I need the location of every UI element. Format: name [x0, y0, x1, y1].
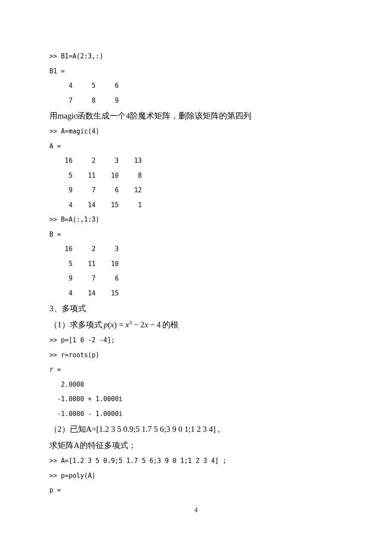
page-number: 4	[49, 506, 343, 514]
var-x: x	[110, 320, 114, 329]
var-p: p	[104, 320, 108, 329]
var-x: x	[144, 320, 148, 329]
code-line: 4 14 15	[49, 286, 343, 301]
code-line: p =	[49, 483, 343, 498]
code-line: >> A=magic(4)	[49, 124, 343, 139]
code-line: -1.0000 - 1.0000i	[49, 407, 343, 422]
code-line: 7 8 9	[49, 93, 343, 108]
code-line: 9 7 6 12	[49, 183, 343, 198]
paragraph: （2）已知A=[1.2 3 5 0.9;5 1.7 5 6;3 9 0 1;1 …	[49, 421, 343, 437]
paragraph: （1）求多项式 p(x) = x3 − 2x − 4 的根	[49, 317, 343, 333]
code-line: -1.0000 + 1.0000i	[49, 392, 343, 407]
paragraph: 求矩阵A的特征多项式；	[49, 437, 343, 454]
code-line: r =	[49, 362, 343, 377]
minus-term: − 2	[132, 320, 144, 329]
document-page: >> B1=A(2:3,:) B1 = 4 5 6 7 8 9 用magic函数…	[0, 0, 392, 531]
code-line: >> A=[1.2 3 5 0.9;5 1.7 5 6;3 9 0 1;1 2 …	[49, 454, 343, 468]
code-line: >> B=A(:,1:3)	[49, 212, 343, 227]
paragraph: 用magic函数生成一个4阶魔术矩阵，删除该矩阵的第四列	[49, 108, 343, 124]
code-line: A =	[49, 139, 343, 154]
code-line: 16 2 3 13	[49, 153, 343, 168]
heading: 3、多项式	[49, 301, 343, 317]
code-line: 4 5 6	[49, 78, 343, 93]
var-x: x	[125, 320, 129, 329]
text-suffix: 的根	[162, 317, 179, 333]
code-line: 16 2 3	[49, 242, 343, 257]
code-line: 4 14 15 1	[49, 198, 343, 213]
code-line: 9 7 6	[49, 271, 343, 286]
code-line: 5 11 10 8	[49, 168, 343, 183]
code-line: >> p=poly(A)	[49, 468, 343, 483]
code-line: B =	[49, 227, 343, 242]
code-line: 5 11 10	[49, 257, 343, 272]
code-line: >> r=roots(p)	[49, 348, 343, 363]
code-line: B1 =	[49, 64, 343, 79]
code-line: >> B1=A(2:3,:)	[49, 49, 343, 64]
equals: =	[117, 320, 125, 329]
text-prefix: （1）求多项式	[49, 317, 102, 333]
code-line: >> p=[1 0 -2 -4];	[49, 333, 343, 348]
minus-term: − 4	[148, 320, 161, 329]
code-line: 2.0000	[49, 377, 343, 392]
math-formula: p(x) = x3 − 2x − 4	[104, 317, 161, 333]
